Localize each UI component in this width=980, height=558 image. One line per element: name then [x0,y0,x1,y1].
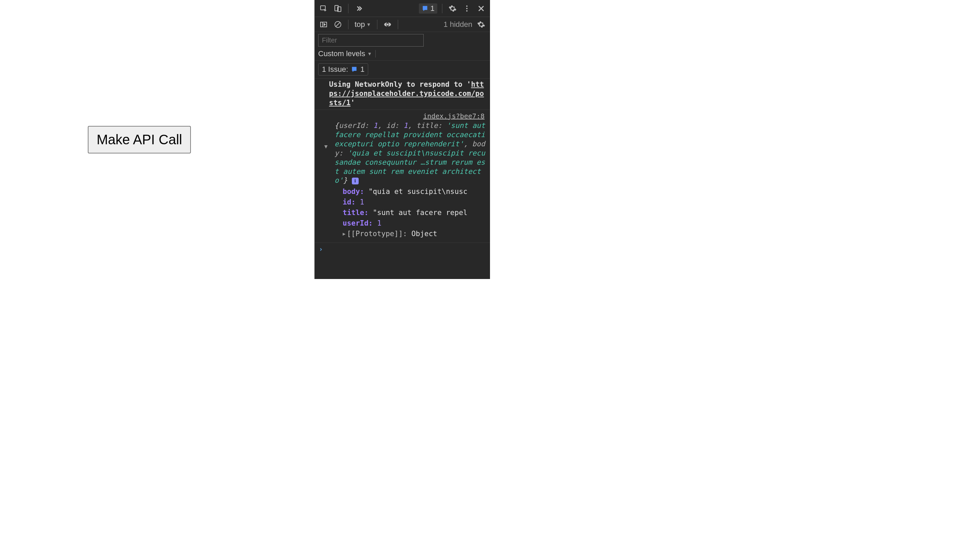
clear-console-icon[interactable] [332,19,343,30]
source-link[interactable]: index.js?bee7:8 [318,112,487,121]
separator [348,4,348,13]
console-object-entry: index.js?bee7:8 ▼ {userId: 1, id: 1, tit… [315,110,490,243]
devtools-panel: 1 top ▼ 1 hidden [314,0,490,279]
chevron-down-icon: ▼ [367,51,372,56]
log-levels-select[interactable]: Custom levels ▼ [318,49,372,58]
object-properties: body: "quia et suscipit\nsusc id: 1 titl… [318,185,487,239]
prop-value: "sunt aut facere repel [373,208,468,217]
separator [377,20,378,29]
execution-context-select[interactable]: top ▼ [353,20,372,29]
kebab-menu-icon[interactable] [461,3,472,14]
summary-key: userId: [339,121,369,130]
prop-value: Object [411,230,437,238]
summary-value: 1 [373,121,378,130]
summary-key: id: [386,121,399,130]
prop-value: "quia et suscipit\nsusc [369,187,468,195]
svg-point-4 [466,8,468,9]
svg-line-9 [336,23,340,26]
prop-value: 1 [377,219,381,227]
issues-row: 1 Issue: 1 [315,61,490,79]
prop-value: 1 [360,198,364,206]
object-property-row[interactable]: body: "quia et suscipit\nsusc [343,187,487,197]
console-filter-input[interactable] [318,34,424,47]
summary-value: 1 [403,121,408,130]
brace-open: { [335,121,339,130]
devtools-tabbar: 1 [315,0,490,17]
page-viewport: Make API Call [0,0,314,279]
prop-key: body [343,187,360,195]
console-log-message[interactable]: Using NetworkOnly to respond to 'https:/… [315,79,490,110]
svg-point-5 [466,10,468,11]
log-levels-label: Custom levels [318,49,365,58]
prop-key: id [343,198,351,206]
chat-icon [351,66,358,73]
execution-context-label: top [355,20,365,29]
hidden-messages-label[interactable]: 1 hidden [444,20,472,29]
live-expression-icon[interactable] [382,19,393,30]
separator [375,50,376,57]
brace-close: } [343,176,347,184]
separator [348,20,348,29]
console-output: Using NetworkOnly to respond to 'https:/… [315,79,490,279]
inspect-element-icon[interactable] [318,3,329,14]
console-prompt[interactable]: › [315,243,490,256]
separator [398,20,398,29]
info-icon[interactable]: i [352,177,359,184]
device-toolbar-icon[interactable] [332,3,343,14]
svg-point-12 [387,23,389,26]
console-sidebar-toggle-icon[interactable] [318,19,329,30]
object-property-row[interactable]: id: 1 [343,197,487,208]
make-api-call-button[interactable]: Make API Call [88,126,191,153]
object-property-row[interactable]: title: "sunt aut facere repel [343,208,487,218]
prop-key: [[Prototype]] [347,230,402,238]
log-text-suffix: ' [350,98,355,107]
prop-key: title [343,208,364,217]
log-levels-row: Custom levels ▼ [315,47,490,61]
console-toolbar: top ▼ 1 hidden [315,17,490,32]
summary-key: title: [416,121,442,130]
settings-icon[interactable] [447,3,458,14]
chevron-down-icon: ▼ [366,22,371,27]
issues-pill-label: 1 Issue: [322,65,348,74]
close-devtools-icon[interactable] [476,3,487,14]
issues-badge[interactable]: 1 [419,3,437,14]
issues-badge-count: 1 [430,4,435,13]
issues-pill-count: 1 [360,65,364,74]
object-summary[interactable]: {userId: 1, id: 1, title: 'sunt aut face… [318,121,487,185]
log-text-prefix: Using NetworkOnly to respond to ' [329,80,471,89]
separator [442,4,442,13]
prop-key: userId [343,219,369,227]
object-property-row[interactable]: userId: 1 [343,218,487,229]
more-tabs-icon[interactable] [353,3,364,14]
console-filter-row [315,32,490,47]
caret-right-icon: ▶ [343,231,345,237]
console-settings-icon[interactable] [476,19,487,30]
svg-point-3 [466,5,468,7]
object-prototype-row[interactable]: ▶[[Prototype]]: Object [343,229,487,239]
svg-rect-0 [320,6,325,10]
issues-pill[interactable]: 1 Issue: 1 [318,63,368,75]
